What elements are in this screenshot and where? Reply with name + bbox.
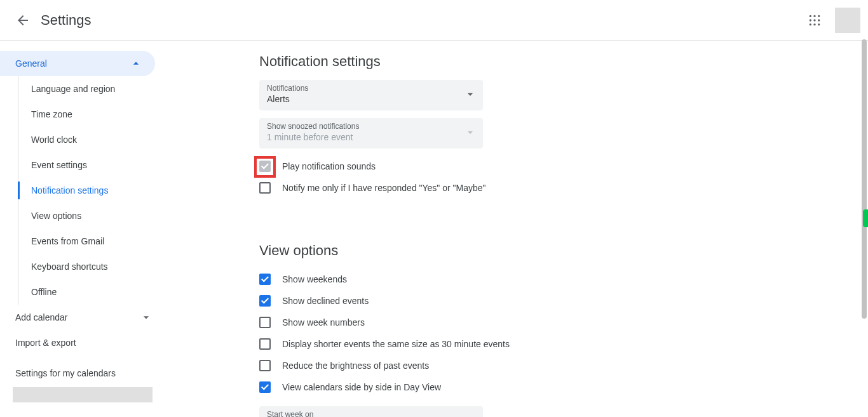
sidebar-item-keyboard-shortcuts[interactable]: Keyboard shortcuts — [18, 254, 165, 279]
sidebar-item-offline[interactable]: Offline — [18, 279, 165, 305]
svg-point-1 — [813, 15, 815, 17]
sidebar-item-notification-settings[interactable]: Notification settings — [18, 178, 165, 203]
dropdown-arrow-icon — [464, 88, 477, 103]
apps-grid-icon — [808, 14, 821, 27]
section-title-view-options: View options — [259, 242, 661, 259]
view-option-checkbox[interactable] — [259, 295, 271, 307]
dropdown-arrow-icon — [464, 414, 477, 418]
svg-point-6 — [810, 23, 811, 25]
select-label: Start week on — [267, 410, 475, 417]
sidebar-section-my-calendars: Settings for my calendars — [0, 355, 165, 385]
account-avatar[interactable] — [835, 8, 860, 33]
view-option-label: View calendars side by side in Day View — [282, 382, 441, 392]
sidebar-item-world-clock[interactable]: World clock — [18, 127, 165, 152]
chevron-down-icon — [140, 311, 153, 324]
select-value: 1 minute before event — [267, 131, 475, 143]
sidebar: General Language and region Time zone Wo… — [0, 41, 165, 417]
svg-point-0 — [810, 15, 811, 17]
sidebar-group-label: General — [15, 58, 47, 69]
view-option-row: Show declined events — [259, 291, 661, 311]
dropdown-arrow-icon — [464, 126, 477, 141]
view-option-label: Show weekends — [282, 274, 347, 284]
sidebar-item-language-region[interactable]: Language and region — [18, 76, 165, 102]
select-label: Notifications — [267, 84, 475, 93]
select-label: Show snoozed notifications — [267, 122, 475, 131]
back-button[interactable] — [10, 8, 36, 33]
content-area: Notification settings Notifications Aler… — [165, 41, 868, 417]
sidebar-item-events-from-gmail[interactable]: Events from Gmail — [18, 228, 165, 254]
notify-only-yes-maybe-checkbox[interactable] — [259, 182, 271, 194]
notifications-select[interactable]: Notifications Alerts — [259, 80, 483, 110]
view-option-checkbox[interactable] — [259, 274, 271, 285]
sidebar-item-time-zone[interactable]: Time zone — [18, 102, 165, 127]
view-option-row: Display shorter events the same size as … — [259, 334, 661, 354]
sidebar-item-event-settings[interactable]: Event settings — [18, 152, 165, 178]
svg-point-7 — [813, 23, 815, 25]
view-option-label: Display shorter events the same size as … — [282, 339, 510, 349]
sidebar-group-general[interactable]: General — [0, 51, 155, 76]
sidebar-item-import-export[interactable]: Import & export — [0, 330, 165, 355]
view-option-row: Reduce the brightness of past events — [259, 355, 661, 376]
notify-only-yes-maybe-row: Notify me only if I have responded "Yes"… — [259, 178, 661, 198]
view-option-label: Show declined events — [282, 296, 369, 306]
svg-point-4 — [813, 19, 815, 21]
sidebar-item-label: Import & export — [15, 338, 76, 348]
select-value: Alerts — [267, 93, 475, 105]
view-option-row: View calendars side by side in Day View — [259, 377, 661, 397]
chevron-up-icon — [130, 57, 142, 70]
view-option-checkbox[interactable] — [259, 381, 271, 393]
sidebar-item-view-options[interactable]: View options — [18, 203, 165, 228]
play-sounds-row: Play notification sounds — [259, 156, 661, 176]
page-title: Settings — [41, 12, 92, 29]
start-week-select[interactable]: Start week on Sunday — [259, 406, 483, 417]
header: Settings — [0, 0, 868, 41]
view-option-row: Show weekends — [259, 269, 661, 289]
scrollbar[interactable] — [862, 39, 867, 319]
section-title-notification: Notification settings — [259, 53, 661, 70]
side-panel-tab[interactable] — [863, 209, 868, 227]
sidebar-item-label: Add calendar — [15, 312, 68, 322]
view-option-row: Show week numbers — [259, 312, 661, 333]
svg-point-8 — [818, 23, 820, 25]
google-apps-button[interactable] — [802, 8, 827, 33]
svg-point-3 — [810, 19, 811, 21]
play-sounds-label: Play notification sounds — [282, 161, 376, 171]
calendar-placeholder — [13, 387, 153, 402]
sidebar-sublist: Language and region Time zone World cloc… — [18, 76, 165, 305]
view-option-label: Reduce the brightness of past events — [282, 361, 429, 371]
view-option-label: Show week numbers — [282, 317, 365, 328]
notify-only-yes-maybe-label: Notify me only if I have responded "Yes"… — [282, 183, 486, 193]
sidebar-group-add-calendar[interactable]: Add calendar — [0, 305, 165, 330]
svg-point-2 — [818, 15, 820, 17]
play-sounds-checkbox — [259, 161, 271, 172]
view-option-checkbox[interactable] — [259, 338, 271, 350]
snoozed-notifications-select[interactable]: Show snoozed notifications 1 minute befo… — [259, 118, 483, 149]
view-option-checkbox[interactable] — [259, 317, 271, 328]
arrow-back-icon — [15, 13, 31, 28]
svg-point-5 — [818, 19, 820, 21]
view-option-checkbox[interactable] — [259, 360, 271, 371]
